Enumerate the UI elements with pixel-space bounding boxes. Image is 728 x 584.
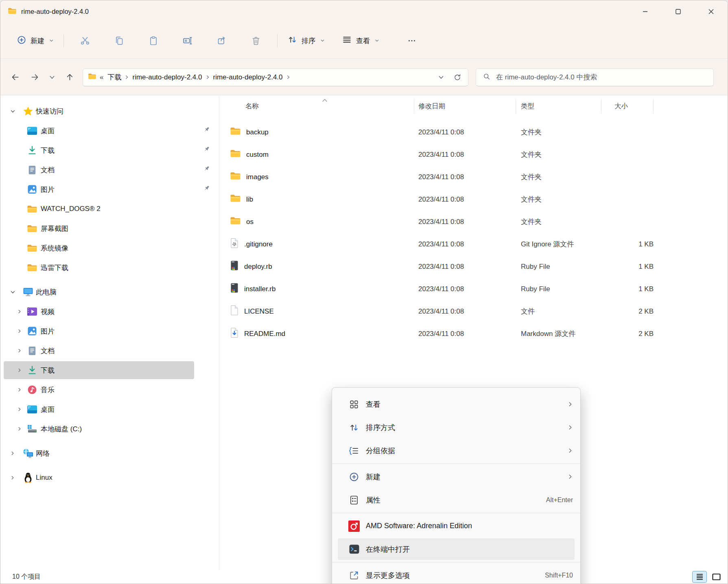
details-view-button[interactable]: [692, 571, 707, 583]
sidebar-item-pictures-pinned[interactable]: 图片: [4, 180, 216, 199]
sidebar-item-videos[interactable]: 视频: [4, 302, 216, 321]
desktop-icon: [27, 405, 37, 414]
breadcrumb-downloads[interactable]: 下载: [105, 71, 124, 83]
breadcrumb-folder[interactable]: rime-auto-deploy-2.4.0: [130, 72, 204, 83]
rename-button[interactable]: [176, 29, 199, 52]
sidebar-item-linux[interactable]: Linux: [4, 468, 216, 487]
sidebar-item-watch-dogs-2[interactable]: WATCH_DOGS® 2: [4, 199, 216, 219]
menu-item-amd-software[interactable]: AMD Software: Adrenalin Edition: [332, 514, 580, 538]
paste-button[interactable]: [142, 29, 165, 52]
breadcrumb-current-folder[interactable]: rime-auto-deploy-2.4.0: [211, 72, 285, 83]
file-size: [601, 211, 654, 233]
menu-item-new[interactable]: 新建: [332, 465, 580, 488]
file-row-custom[interactable]: custom 2023/4/11 0:08 文件夹: [219, 143, 728, 166]
file-row-deploy-rb[interactable]: deploy.rb 2023/4/11 0:08 Ruby File 1 KB: [219, 255, 728, 278]
file-row-license[interactable]: LICENSE 2023/4/11 0:08 文件 2 KB: [219, 300, 728, 323]
file-date: 2023/4/11 0:08: [414, 143, 516, 166]
copy-button[interactable]: [108, 29, 131, 52]
refresh-button[interactable]: [449, 70, 466, 85]
chevron-right-icon[interactable]: [14, 348, 25, 353]
file-row-backup[interactable]: backup 2023/4/11 0:08 文件夹: [219, 121, 728, 143]
toolbar-divider: [277, 34, 278, 47]
column-header-name[interactable]: 名称: [219, 99, 414, 114]
chevron-down-icon[interactable]: [7, 109, 18, 114]
sidebar-item-documents-pinned[interactable]: 文档: [4, 160, 216, 180]
chevron-down-icon[interactable]: [7, 290, 18, 295]
chevron-down-icon: [375, 37, 379, 45]
sidebar-item-pictures[interactable]: 图片: [4, 321, 216, 341]
breadcrumb-overflow[interactable]: «: [96, 73, 105, 81]
sidebar-item-label: 图片: [41, 185, 55, 194]
chevron-right-icon[interactable]: [14, 426, 25, 431]
chevron-right-icon[interactable]: [14, 368, 25, 373]
file-row-installer-rb[interactable]: installer.rb 2023/4/11 0:08 Ruby File 1 …: [219, 278, 728, 300]
sidebar-item-downloads-pinned[interactable]: 下载: [4, 141, 216, 160]
large-icons-view-button[interactable]: [709, 571, 724, 583]
sidebar-item-label: 音乐: [41, 385, 55, 395]
menu-separator: [332, 562, 580, 562]
delete-button[interactable]: [245, 29, 267, 52]
minimize-button[interactable]: [629, 0, 662, 23]
up-button[interactable]: [60, 68, 79, 87]
new-button[interactable]: 新建: [11, 29, 59, 52]
search-input[interactable]: 在 rime-auto-deploy-2.4.0 中搜索: [476, 68, 714, 86]
chevron-right-icon[interactable]: [285, 75, 291, 80]
sidebar-item-system-images[interactable]: 系统镜像: [4, 238, 216, 258]
file-row-images[interactable]: images 2023/4/11 0:08 文件夹: [219, 166, 728, 188]
sidebar-item-network[interactable]: 网络: [4, 443, 216, 463]
chevron-right-icon[interactable]: [14, 407, 25, 412]
submenu-chevron-icon: [568, 402, 573, 407]
column-headers: 名称 修改日期 类型 大小: [219, 96, 728, 117]
sidebar-item-screenshots[interactable]: 屏幕截图: [4, 219, 216, 238]
chevron-right-icon[interactable]: [7, 451, 18, 456]
sidebar-item-desktop-pinned[interactable]: 桌面: [4, 121, 216, 141]
file-row-lib[interactable]: lib 2023/4/11 0:08 文件夹: [219, 188, 728, 211]
command-toolbar: 新建 排序: [0, 23, 728, 59]
address-dropdown-button[interactable]: [433, 70, 449, 85]
sidebar-item-quick-access[interactable]: 快速访问: [4, 101, 216, 121]
column-header-size[interactable]: 大小: [601, 99, 654, 114]
chevron-right-icon[interactable]: [14, 329, 25, 334]
more-options-button[interactable]: [400, 29, 423, 52]
menu-item-label: 在终端中打开: [366, 544, 410, 554]
sidebar-item-documents[interactable]: 文档: [4, 341, 216, 360]
menu-item-group-by[interactable]: 分组依据: [332, 439, 580, 462]
file-row-readme-md[interactable]: README.md 2023/4/11 0:08 Markdown 源文件 2 …: [219, 323, 728, 345]
sidebar-item-downloads-selected[interactable]: 下载: [4, 360, 216, 380]
close-button[interactable]: [695, 0, 728, 23]
sidebar-item-local-disk-c[interactable]: 本地磁盘 (C:): [4, 419, 216, 439]
view-button[interactable]: 查看: [336, 29, 385, 52]
maximize-button[interactable]: [662, 0, 695, 23]
sidebar-item-thunder-downloads[interactable]: 迅雷下载: [4, 258, 216, 277]
sidebar-item-this-pc[interactable]: 此电脑: [4, 282, 216, 302]
chevron-right-icon[interactable]: [14, 387, 25, 392]
chevron-right-icon[interactable]: [205, 75, 211, 80]
column-header-type[interactable]: 类型: [516, 99, 601, 114]
cut-button[interactable]: [74, 29, 96, 52]
folder-icon: [27, 224, 37, 233]
file-row-os[interactable]: os 2023/4/11 0:08 文件夹: [219, 211, 728, 233]
address-bar[interactable]: « 下载 rime-auto-deploy-2.4.0 rime-auto-de…: [83, 68, 468, 86]
forward-button[interactable]: [25, 68, 44, 87]
sidebar-item-desktop[interactable]: 桌面: [4, 400, 216, 419]
sidebar-item-music[interactable]: 音乐: [4, 380, 216, 400]
menu-item-show-more-options[interactable]: 显示更多选项 Shift+F10: [332, 564, 580, 584]
file-type: Markdown 源文件: [516, 323, 601, 345]
menu-item-sort-by[interactable]: 排序方式: [332, 416, 580, 439]
menu-item-open-in-terminal[interactable]: 在终端中打开: [332, 538, 580, 561]
chevron-right-icon[interactable]: [7, 475, 18, 480]
sort-button[interactable]: 排序: [282, 29, 330, 52]
menu-item-view[interactable]: 查看: [332, 393, 580, 416]
sidebar-item-label: WATCH_DOGS® 2: [41, 205, 101, 213]
back-button[interactable]: [5, 68, 25, 87]
share-button[interactable]: [210, 29, 233, 52]
file-name: os: [246, 218, 254, 226]
file-row-gitignore[interactable]: .gitignore 2023/4/11 0:08 Git Ignore 源文件…: [219, 233, 728, 255]
recent-locations-button[interactable]: [44, 68, 60, 87]
file-date: 2023/4/11 0:08: [414, 255, 516, 278]
sidebar-item-label: 屏幕截图: [41, 224, 68, 233]
chevron-right-icon[interactable]: [14, 309, 25, 314]
chevron-right-icon[interactable]: [124, 75, 130, 80]
menu-item-properties[interactable]: 属性 Alt+Enter: [332, 488, 580, 512]
column-header-date-modified[interactable]: 修改日期: [414, 99, 516, 114]
